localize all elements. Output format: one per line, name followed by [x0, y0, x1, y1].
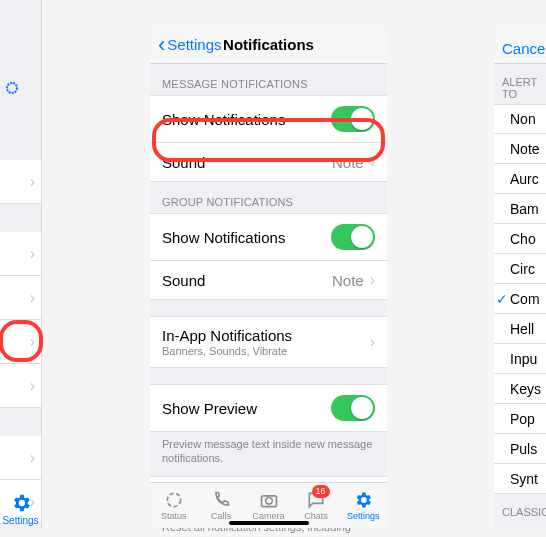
- cell-label: Sound: [162, 154, 332, 171]
- notifications-screen: ‹ Settings Notifications MESSAGE NOTIFIC…: [150, 26, 387, 528]
- cell-label: Show Preview: [162, 400, 331, 417]
- tone-row[interactable]: Keys: [494, 374, 546, 404]
- cell-value: Note: [332, 272, 364, 289]
- cell-label: Show Notifications: [162, 111, 331, 128]
- left-panel: › › › › › › › Settings: [0, 0, 42, 528]
- cancel-label: Cancel: [502, 40, 546, 57]
- tab-label: Chats: [304, 511, 328, 521]
- tone-label: Note: [510, 141, 540, 157]
- navbar: ‹ Settings Notifications: [150, 26, 387, 64]
- tone-row[interactable]: Inpu: [494, 344, 546, 374]
- tone-label: Synt: [510, 471, 538, 487]
- phone-icon: [211, 490, 231, 510]
- sound-picker-screen: Cancel ALERT TO NonNoteAurcBamChoCirc✓Co…: [494, 26, 546, 528]
- cancel-button[interactable]: Cancel: [494, 26, 546, 64]
- gear-icon: [353, 490, 373, 510]
- sound-row-message[interactable]: Sound Note ›: [150, 143, 387, 182]
- tone-row[interactable]: Aurc: [494, 164, 546, 194]
- gear-icon: [10, 492, 32, 514]
- tone-row[interactable]: Pop: [494, 404, 546, 434]
- tone-row[interactable]: Note: [494, 134, 546, 164]
- chevron-left-icon: ‹: [158, 34, 165, 56]
- toggle-switch[interactable]: [331, 106, 375, 132]
- tab-settings[interactable]: Settings: [340, 483, 387, 528]
- tone-label: Hell: [510, 321, 534, 337]
- cell-label: In-App Notifications: [162, 327, 364, 344]
- tone-row[interactable]: Hell: [494, 314, 546, 344]
- highlight-ring: [0, 320, 43, 362]
- checkmark-icon: ✓: [496, 291, 508, 307]
- tone-row[interactable]: Synt: [494, 464, 546, 494]
- show-preview-toggle-row[interactable]: Show Preview: [150, 384, 387, 432]
- tab-label: Calls: [211, 511, 231, 521]
- tone-row[interactable]: ✓Com: [494, 284, 546, 314]
- tone-label: Non: [510, 111, 536, 127]
- tab-settings[interactable]: Settings: [0, 492, 41, 526]
- section-header-alert: ALERT TO: [494, 64, 546, 104]
- tone-label: Keys: [510, 381, 541, 397]
- left-row[interactable]: ›: [0, 276, 41, 320]
- svg-point-3: [265, 498, 272, 505]
- tone-label: Aurc: [510, 171, 539, 187]
- tab-status[interactable]: Status: [150, 483, 197, 528]
- tone-label: Puls: [510, 441, 537, 457]
- tone-label: Pop: [510, 411, 535, 427]
- svg-point-1: [167, 493, 180, 506]
- cell-label: Show Notifications: [162, 229, 331, 246]
- tone-row[interactable]: Bam: [494, 194, 546, 224]
- chevron-right-icon: ›: [370, 271, 375, 289]
- tone-label: Cho: [510, 231, 536, 247]
- show-notifications-toggle-row[interactable]: Show Notifications: [150, 213, 387, 261]
- camera-icon: [259, 490, 279, 510]
- tone-label: Com: [510, 291, 540, 307]
- status-icon: [164, 490, 184, 510]
- tone-row[interactable]: Non: [494, 104, 546, 134]
- tab-label: Settings: [347, 511, 380, 521]
- toggle-switch[interactable]: [331, 395, 375, 421]
- section-footer: Preview message text inside new message …: [150, 432, 387, 476]
- chevron-right-icon: ›: [370, 153, 375, 171]
- tone-label: Circ: [510, 261, 535, 277]
- tone-label: Inpu: [510, 351, 537, 367]
- cell-sublabel: Banners, Sounds, Vibrate: [162, 345, 364, 357]
- left-row[interactable]: ›: [0, 364, 41, 408]
- tone-row[interactable]: Puls: [494, 434, 546, 464]
- tab-label: Status: [161, 511, 187, 521]
- back-button[interactable]: ‹ Settings: [158, 34, 222, 56]
- toggle-switch[interactable]: [331, 224, 375, 250]
- tone-row[interactable]: Cho: [494, 224, 546, 254]
- section-header-group: GROUP NOTIFICATIONS: [150, 182, 387, 213]
- sound-row-group[interactable]: Sound Note ›: [150, 261, 387, 300]
- tone-row[interactable]: Circ: [494, 254, 546, 284]
- svg-point-0: [7, 83, 17, 93]
- left-row-highlighted[interactable]: ›: [0, 320, 41, 364]
- in-app-notifications-row[interactable]: In-App Notifications Banners, Sounds, Vi…: [150, 316, 387, 368]
- cell-label: Sound: [162, 272, 332, 289]
- left-row[interactable]: ›: [0, 160, 41, 204]
- tab-label: Settings: [2, 515, 38, 526]
- left-row[interactable]: ›: [0, 436, 41, 480]
- back-label: Settings: [167, 36, 221, 53]
- home-indicator: [229, 521, 309, 525]
- left-row[interactable]: ›: [0, 232, 41, 276]
- section-header-message: MESSAGE NOTIFICATIONS: [150, 64, 387, 95]
- tab-label: Camera: [253, 511, 285, 521]
- cell-value: Note: [332, 154, 364, 171]
- tone-list: NonNoteAurcBamChoCirc✓ComHellInpuKeysPop…: [494, 104, 546, 494]
- section-header-classic: CLASSIC: [494, 494, 546, 522]
- show-notifications-toggle-row[interactable]: Show Notifications: [150, 95, 387, 143]
- tone-label: Bam: [510, 201, 539, 217]
- chats-badge: 16: [312, 485, 330, 498]
- active-indicator-icon: [6, 80, 18, 97]
- chevron-right-icon: ›: [370, 333, 375, 351]
